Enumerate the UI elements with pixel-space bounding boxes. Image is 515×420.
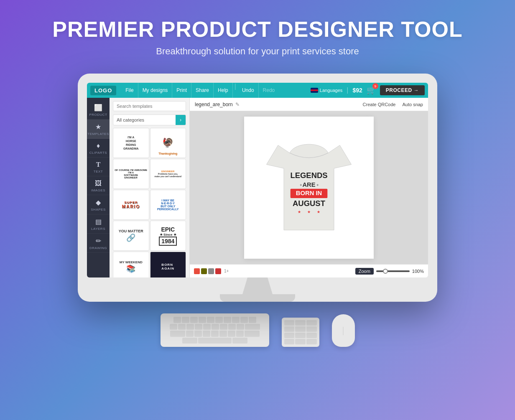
- cliparts-icon: ♦: [97, 142, 100, 150]
- canvas-title: legend_are_born: [195, 102, 233, 107]
- menu-mydesigns[interactable]: My designs: [138, 83, 173, 98]
- app-screen: LOGO File My designs Print Share Help | …: [87, 83, 428, 277]
- template-nerdy[interactable]: I MAY BEN·E·R·D·YBUT ONLYPERIODICALLY: [150, 190, 186, 220]
- proceed-button[interactable]: PROCEED →: [380, 85, 425, 95]
- layers-icon: ▤: [95, 218, 102, 226]
- sidebar-item-text[interactable]: T TEXT: [87, 158, 110, 176]
- search-input[interactable]: [113, 101, 186, 111]
- category-arrow-icon[interactable]: ›: [176, 115, 186, 125]
- sidebar-label-cliparts: CLIPARTS: [89, 151, 107, 155]
- zoom-control: Zoom 100%: [355, 268, 424, 275]
- canvas-white-area[interactable]: LEGENDS ARE ✦ ✦ BORN IN AUGUST ★ ★: [244, 117, 374, 259]
- svg-text:AUGUST: AUGUST: [293, 199, 326, 208]
- canvas-title-wrapper: legend_are_born ✎: [195, 102, 240, 107]
- main-body: ⬜ PRODUCT ★ TEMPLATES ♦ CLIPARTS T TEXT …: [87, 98, 428, 277]
- template-horse[interactable]: I'M AHORSERIDINGGRANDMA: [113, 128, 149, 158]
- svg-text:★: ★: [317, 210, 320, 214]
- zoom-percent: 100%: [412, 269, 424, 274]
- mouse-scroll-wheel: [343, 327, 344, 335]
- zoom-label: Zoom: [355, 268, 374, 275]
- svg-text:ARE: ARE: [302, 181, 315, 188]
- template-weekend[interactable]: MY WEEKEND 📚: [113, 252, 149, 277]
- color-swatches: 1+: [194, 268, 229, 274]
- monitor-base: [220, 294, 295, 302]
- menu-undo[interactable]: Undo: [238, 83, 259, 98]
- tshirt-svg: LEGENDS ARE ✦ ✦ BORN IN AUGUST ★ ★: [259, 129, 359, 246]
- language-button[interactable]: Languages: [311, 88, 342, 93]
- category-label: All categories: [113, 116, 176, 124]
- menu-file[interactable]: File: [121, 83, 138, 98]
- text-icon: T: [96, 161, 101, 168]
- svg-text:LEGENDS: LEGENDS: [290, 171, 327, 180]
- monitor: LOGO File My designs Print Share Help | …: [78, 74, 437, 302]
- sidebar-item-layers[interactable]: ▤ LAYERS: [87, 214, 110, 234]
- toolbar-menu: File My designs Print Share Help | Undo …: [121, 83, 311, 98]
- color-swatch-gray[interactable]: [208, 268, 214, 274]
- keyboard: [161, 313, 269, 347]
- sidebar-item-cliparts[interactable]: ♦ CLIPARTS: [87, 139, 110, 158]
- sidebar-item-product[interactable]: ⬜ PRODUCT: [87, 100, 110, 120]
- sidebar-label-layers: LAYERS: [91, 227, 105, 231]
- menu-print[interactable]: Print: [172, 83, 191, 98]
- monitor-neck: [241, 277, 274, 294]
- flag-icon: [311, 88, 318, 93]
- toolbar-logo: LOGO: [90, 86, 116, 95]
- svg-text:★: ★: [307, 210, 311, 214]
- sidebar-label-shapes: SHAPES: [91, 208, 105, 211]
- hero-title: PREMIER PRODUCT DESIGNER TOOL: [52, 17, 462, 42]
- templates-icon: ★: [95, 123, 101, 131]
- menu-help[interactable]: Help: [214, 83, 233, 98]
- numpad: [282, 318, 319, 347]
- cart-badge: 9: [372, 83, 378, 89]
- color-swatch-olive[interactable]: [201, 268, 207, 274]
- mouse[interactable]: [332, 314, 355, 347]
- edit-title-icon[interactable]: ✎: [235, 102, 240, 107]
- category-selector[interactable]: All categories ›: [113, 115, 186, 125]
- swatch-count: 1+: [224, 269, 229, 273]
- svg-text:BORN IN: BORN IN: [296, 190, 322, 196]
- sidebar-item-shapes[interactable]: ◆ SHAPES: [87, 195, 110, 214]
- desk-accessories: [161, 313, 355, 347]
- sidebar-label-drawing: DRAWING: [89, 246, 107, 250]
- language-label: Languages: [320, 88, 342, 93]
- templates-grid: I'M AHORSERIDINGGRANDMA 🦃 Thanksgiving O…: [110, 128, 189, 277]
- images-icon: 🖼: [95, 180, 102, 187]
- template-engineer[interactable]: ENGINEERProblems have you,make you can't…: [150, 159, 186, 189]
- color-swatch-red[interactable]: [194, 268, 200, 274]
- sidebar-item-images[interactable]: 🖼 IMAGES: [87, 176, 110, 195]
- canvas-actions: Create QRCode Auto snap: [363, 102, 423, 107]
- sidebar-label-images: IMAGES: [91, 188, 105, 192]
- cart-button[interactable]: 🛒 9: [367, 86, 376, 95]
- create-qrcode-button[interactable]: Create QRCode: [363, 102, 396, 107]
- monitor-stand: [87, 277, 428, 302]
- color-swatch-darkred[interactable]: [215, 268, 221, 274]
- sidebar-item-templates[interactable]: ★ TEMPLATES: [87, 120, 110, 139]
- canvas-area: legend_are_born ✎ Create QRCode Auto sna…: [190, 98, 428, 277]
- sidebar-label-text: TEXT: [94, 170, 103, 173]
- auto-snap-button[interactable]: Auto snap: [402, 102, 423, 107]
- template-bornagain[interactable]: BORNAGAIN: [150, 252, 186, 277]
- template-youmatter[interactable]: YOU MATTER 🔗: [113, 221, 149, 251]
- templates-search-wrapper: [110, 98, 189, 115]
- price-tag: $92: [352, 87, 362, 94]
- menu-redo[interactable]: Redo: [259, 83, 279, 98]
- sidebar-item-drawing[interactable]: ✏ DRAWING: [87, 234, 110, 253]
- menu-share[interactable]: Share: [191, 83, 214, 98]
- templates-panel: All categories › I'M AHORSERIDINGGRANDMA…: [110, 98, 190, 277]
- canvas-main: LEGENDS ARE ✦ ✦ BORN IN AUGUST ★ ★: [190, 111, 428, 264]
- drawing-icon: ✏: [96, 237, 101, 245]
- template-thanksgiving[interactable]: 🦃 Thanksgiving: [150, 128, 186, 158]
- hero-subtitle: Breakthrough solution for your print ser…: [156, 46, 359, 57]
- sidebar-label-product: PRODUCT: [89, 113, 107, 117]
- shapes-icon: ◆: [96, 199, 101, 206]
- template-epic[interactable]: EPIC ★ Since ★ 1984: [150, 221, 186, 251]
- svg-text:✦: ✦: [299, 183, 303, 187]
- zoom-slider[interactable]: [376, 270, 410, 272]
- sidebar-label-templates: TEMPLATES: [87, 132, 109, 136]
- svg-text:✦: ✦: [316, 183, 319, 187]
- template-mario[interactable]: SUPER MARIO: [113, 190, 149, 220]
- sidebar-icons: ⬜ PRODUCT ★ TEMPLATES ♦ CLIPARTS T TEXT …: [87, 98, 110, 277]
- svg-text:★: ★: [298, 210, 301, 214]
- template-software[interactable]: OF COURSE I'M AWESOMEI'M ASOFTWAREENGINE…: [113, 159, 149, 189]
- toolbar-right: Languages | $92 🛒 9 PROCEED →: [311, 85, 425, 95]
